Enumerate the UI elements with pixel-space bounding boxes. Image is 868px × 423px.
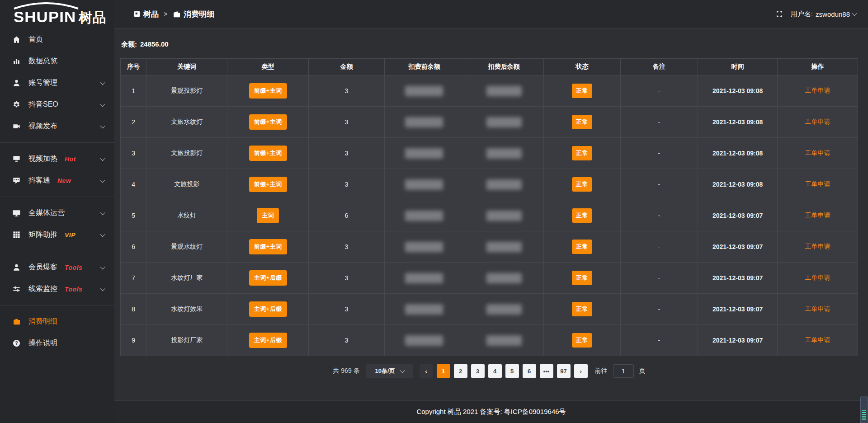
cell-keyword: 文旅投影灯 bbox=[146, 138, 227, 169]
sidebar-item-media-operation[interactable]: 全媒体运营 bbox=[0, 202, 114, 224]
cell-status: 正常 bbox=[544, 294, 621, 325]
page-unit-label: 页 bbox=[639, 367, 646, 375]
next-page-button[interactable]: › bbox=[574, 364, 588, 378]
table-row: 4 文旅投影 前缀+主词 3 正常 - 2021-12-03 09:08 工单申… bbox=[121, 169, 858, 200]
sidebar-item-video-publish[interactable]: 视频发布 bbox=[0, 116, 114, 137]
breadcrumb-item[interactable]: 消费明细 bbox=[172, 9, 214, 19]
goto-page-input[interactable] bbox=[613, 364, 634, 378]
breadcrumb-item[interactable]: 树品 bbox=[133, 9, 159, 19]
work-order-link[interactable]: 工单申请 bbox=[805, 274, 830, 281]
redacted-value bbox=[405, 179, 443, 190]
cell-keyword: 水纹灯效果 bbox=[146, 294, 227, 325]
work-order-link[interactable]: 工单申请 bbox=[805, 149, 830, 156]
type-badge: 主词+后缀 bbox=[249, 301, 287, 317]
page-button-4[interactable]: 4 bbox=[488, 364, 502, 378]
cell-index: 5 bbox=[121, 200, 146, 231]
work-order-link[interactable]: 工单申请 bbox=[805, 212, 830, 219]
cell-balance-before bbox=[384, 200, 464, 231]
cell-type: 前缀+主词 bbox=[227, 231, 308, 263]
cell-balance-after bbox=[464, 231, 544, 263]
status-badge: 正常 bbox=[572, 333, 592, 348]
cell-index: 8 bbox=[121, 294, 146, 325]
status-badge: 正常 bbox=[572, 271, 592, 285]
cell-balance-before bbox=[384, 325, 464, 356]
column-header: 备注 bbox=[620, 59, 698, 75]
work-order-link[interactable]: 工单申请 bbox=[805, 180, 830, 188]
page-button-1[interactable]: 1 bbox=[437, 364, 450, 378]
table-row: 6 景观水纹灯 前缀+主词 3 正常 - 2021-12-03 09:07 工单… bbox=[121, 231, 858, 263]
member-icon bbox=[12, 263, 21, 272]
more-pages-button[interactable]: ••• bbox=[540, 364, 553, 378]
sidebar-item-douketong[interactable]: 抖客通 New bbox=[0, 170, 114, 191]
table-row: 3 文旅投影灯 前缀+主词 3 正常 - 2021-12-03 09:08 工单… bbox=[121, 138, 858, 169]
sidebar-item-member-burst[interactable]: 会员爆客 Tools bbox=[0, 257, 114, 278]
cell-remark: - bbox=[620, 169, 698, 200]
work-order-link[interactable]: 工单申请 bbox=[805, 243, 830, 250]
cell-time: 2021-12-03 09:08 bbox=[698, 138, 778, 169]
work-order-link[interactable]: 工单申请 bbox=[805, 305, 830, 312]
cell-amount: 3 bbox=[308, 169, 384, 200]
sidebar-item-account-manage[interactable]: 账号管理 bbox=[0, 72, 114, 94]
cell-balance-after bbox=[464, 75, 544, 107]
sidebar-item-video-heat[interactable]: 视频加热 Hot bbox=[0, 148, 114, 169]
goto-label: 前往 bbox=[595, 367, 608, 375]
sidebar-item-consume-detail[interactable]: 消费明细 bbox=[0, 311, 114, 332]
user-menu[interactable]: 用户名: zswodun88 bbox=[791, 10, 856, 19]
floating-widget[interactable] bbox=[860, 396, 868, 423]
cell-time: 2021-12-03 09:08 bbox=[698, 75, 778, 107]
table-row: 9 投影灯厂家 主词+后缀 3 正常 - 2021-12-03 09:07 工单… bbox=[121, 325, 858, 356]
cell-index: 6 bbox=[121, 231, 146, 263]
cell-remark: - bbox=[620, 107, 698, 138]
type-badge: 主词 bbox=[257, 208, 279, 223]
column-header: 类型 bbox=[227, 59, 308, 75]
cell-remark: - bbox=[620, 200, 698, 231]
page-size-select[interactable]: 10条/页 bbox=[366, 364, 413, 378]
page-buttons: ‹123456•••97› bbox=[420, 364, 588, 378]
cell-action: 工单申请 bbox=[778, 169, 858, 200]
sidebar-item-label: 消费明细 bbox=[28, 317, 57, 326]
cell-balance-after bbox=[464, 325, 544, 356]
sidebar-item-douyin-seo[interactable]: 抖音SEO bbox=[0, 94, 114, 115]
cell-time: 2021-12-03 09:07 bbox=[698, 231, 778, 263]
cell-keyword: 投影灯厂家 bbox=[146, 325, 227, 356]
redacted-value bbox=[405, 148, 443, 159]
page-button-6[interactable]: 6 bbox=[523, 364, 536, 378]
page-button-5[interactable]: 5 bbox=[505, 364, 519, 378]
sidebar-item-clue-monitor[interactable]: 线索监控 Tools bbox=[0, 278, 114, 300]
page-button-3[interactable]: 3 bbox=[471, 364, 485, 378]
fullscreen-icon[interactable] bbox=[775, 10, 783, 18]
column-header: 状态 bbox=[544, 59, 621, 75]
work-order-link[interactable]: 工单申请 bbox=[805, 118, 830, 125]
sidebar-item-data-overview[interactable]: 数据总览 bbox=[0, 51, 114, 72]
sidebar-item-home[interactable]: 首页 bbox=[0, 29, 114, 50]
cell-time: 2021-12-03 09:07 bbox=[698, 200, 778, 231]
redacted-value bbox=[486, 179, 522, 190]
cell-amount: 3 bbox=[308, 325, 384, 356]
sidebar-divider bbox=[0, 197, 114, 197]
topbar: 树品>消费明细 用户名: zswodun88 bbox=[114, 0, 868, 28]
wallet-icon bbox=[12, 317, 21, 326]
sidebar-item-help[interactable]: ? 操作说明 bbox=[0, 333, 114, 354]
cell-balance-before bbox=[384, 107, 464, 138]
type-badge: 前缀+主词 bbox=[249, 83, 287, 99]
status-badge: 正常 bbox=[572, 115, 592, 129]
prev-page-button[interactable]: ‹ bbox=[420, 364, 433, 378]
type-badge: 主词+后缀 bbox=[249, 333, 287, 348]
work-order-link[interactable]: 工单申请 bbox=[805, 87, 830, 94]
sidebar-item-tag: Hot bbox=[65, 155, 76, 163]
home-icon bbox=[12, 35, 21, 44]
cell-type: 主词+后缀 bbox=[227, 263, 308, 294]
screen-icon bbox=[12, 155, 21, 164]
page-button-2[interactable]: 2 bbox=[454, 364, 467, 378]
cell-action: 工单申请 bbox=[778, 75, 858, 107]
cell-status: 正常 bbox=[544, 325, 621, 356]
chevron-down-icon bbox=[100, 286, 105, 291]
cell-balance-before bbox=[384, 138, 464, 169]
work-order-link[interactable]: 工单申请 bbox=[805, 336, 830, 343]
sidebar-item-matrix-boost[interactable]: 矩阵助推 VIP bbox=[0, 224, 114, 245]
cell-amount: 3 bbox=[308, 231, 384, 263]
cell-time: 2021-12-03 09:08 bbox=[698, 107, 778, 138]
redacted-value bbox=[486, 273, 522, 283]
redacted-value bbox=[486, 86, 522, 96]
page-button-97[interactable]: 97 bbox=[557, 364, 571, 378]
